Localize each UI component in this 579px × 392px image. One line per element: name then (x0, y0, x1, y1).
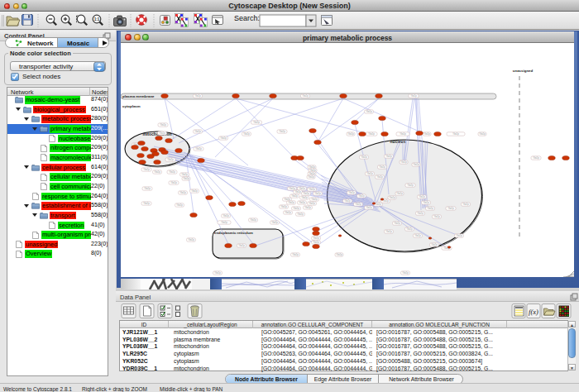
svg-text:Ybr2p: Ybr2p (379, 165, 385, 169)
svg-text:1:1: 1:1 (94, 17, 100, 22)
svg-text:Search:: Search: (234, 14, 260, 22)
svg-text:Ybr2p: Ybr2p (188, 238, 194, 241)
svg-text:Ybr2p: Ybr2p (314, 192, 321, 195)
svg-text:Ybr2p: Ybr2p (533, 156, 539, 160)
svg-text:Ybr2p: Ybr2p (308, 175, 314, 179)
svg-text:Ybr2p: Ybr2p (181, 173, 188, 176)
svg-text:Ybr2p: Ybr2p (394, 222, 400, 225)
svg-text:Ybr2p: Ybr2p (304, 206, 311, 209)
svg-text:Ybr2p: Ybr2p (250, 218, 256, 222)
svg-text:Ybr2p: Ybr2p (154, 170, 160, 174)
svg-text:Ybr2p: Ybr2p (143, 202, 150, 205)
svg-text:Ybr2p: Ybr2p (253, 121, 260, 124)
svg-text:Ybr2p: Ybr2p (376, 175, 383, 179)
svg-text:Ybr2p: Ybr2p (292, 253, 299, 256)
svg-text:Ybr2p: Ybr2p (366, 110, 372, 113)
svg-text:Ybr2p: Ybr2p (419, 195, 425, 198)
svg-text:Ybr2p: Ybr2p (176, 203, 183, 207)
svg-text:Ybr2p: Ybr2p (366, 206, 372, 209)
svg-text:Ybr2p: Ybr2p (406, 227, 413, 231)
svg-text:Ybr2p: Ybr2p (183, 177, 189, 180)
svg-text:Ybr2p: Ybr2p (191, 189, 198, 193)
svg-text:Ybr2p: Ybr2p (348, 191, 355, 194)
svg-text:Ybr2p: Ybr2p (407, 184, 414, 187)
svg-text:Ybr2p: Ybr2p (423, 201, 429, 204)
svg-text:plasma membrane: plasma membrane (122, 94, 155, 98)
svg-text:mitochondrion: mitochondrion (143, 131, 172, 136)
svg-text:Ybr2p: Ybr2p (410, 94, 417, 98)
svg-text:Ybr2p: Ybr2p (294, 190, 301, 194)
svg-text:Ybr2p: Ybr2p (221, 221, 227, 224)
svg-text:endoplasmic reticulum: endoplasmic reticulum (214, 231, 253, 235)
svg-text:Ybr2p: Ybr2p (309, 202, 315, 205)
svg-text:Ybr2p: Ybr2p (431, 243, 438, 246)
svg-text:Ybr2p: Ybr2p (179, 191, 186, 194)
svg-text:Ybr2p: Ybr2p (347, 132, 354, 136)
svg-text:Ybr2p: Ybr2p (288, 201, 294, 204)
svg-text:Ybr2p: Ybr2p (143, 168, 150, 171)
svg-text:cytoplasm: cytoplasm (122, 104, 141, 108)
svg-text:Ybr2p: Ybr2p (375, 203, 381, 206)
svg-text:Ybr2p: Ybr2p (385, 230, 392, 233)
svg-text:Ybr2p: Ybr2p (280, 205, 287, 208)
svg-text:Ybr2p: Ybr2p (456, 234, 462, 237)
svg-text:Ybr2p: Ybr2p (414, 234, 421, 237)
svg-text:Ybr2p: Ybr2p (355, 203, 361, 206)
svg-text:Ybr2p: Ybr2p (400, 132, 406, 136)
svg-text:Ybr2p: Ybr2p (302, 94, 309, 98)
svg-text:Ybr2p: Ybr2p (366, 172, 373, 175)
svg-text:Ybr2p: Ybr2p (427, 207, 433, 210)
svg-text:Ybr2p: Ybr2p (144, 187, 151, 190)
svg-text:Ybr2p: Ybr2p (297, 213, 304, 216)
svg-text:Ybr2p: Ybr2p (271, 221, 278, 224)
svg-text:Ybr2p: Ybr2p (170, 181, 177, 184)
svg-text:unassigned: unassigned (513, 69, 534, 73)
svg-text:Ybr2p: Ybr2p (368, 132, 375, 136)
svg-text:Ybr2p: Ybr2p (285, 211, 291, 214)
svg-text:Ybr2p: Ybr2p (462, 203, 469, 206)
svg-text:Ybr2p: Ybr2p (344, 199, 351, 203)
svg-text:Ybr2p: Ybr2p (361, 155, 367, 159)
svg-text:Ybr2p: Ybr2p (400, 160, 407, 164)
svg-text:Ybr2p: Ybr2p (243, 132, 250, 136)
svg-text:Ybr2p: Ybr2p (423, 132, 430, 136)
svg-text:Ybr2p: Ybr2p (402, 271, 409, 275)
svg-text:Ybr2p: Ybr2p (303, 192, 309, 195)
svg-text:Ybr2p: Ybr2p (223, 214, 229, 218)
svg-text:Ybr2p: Ybr2p (313, 237, 319, 240)
svg-text:Ybr2p: Ybr2p (238, 244, 245, 247)
svg-text:Ybr2p: Ybr2p (313, 241, 319, 244)
svg-text:Ybr2p: Ybr2p (220, 136, 227, 140)
svg-text:Ybr2p: Ybr2p (309, 188, 315, 191)
svg-text:Ybr2p: Ybr2p (479, 132, 486, 136)
svg-text:Ybr2p: Ybr2p (159, 131, 165, 135)
svg-text:Ybr2p: Ybr2p (452, 132, 459, 136)
svg-text:Ybr2p: Ybr2p (447, 207, 454, 210)
svg-text:Ybr2p: Ybr2p (293, 207, 299, 210)
svg-text:Ybr2p: Ybr2p (169, 170, 175, 174)
svg-text:Ybr2p: Ybr2p (194, 94, 201, 98)
svg-text:Ybr2p: Ybr2p (396, 192, 403, 195)
svg-text:Ybr2p: Ybr2p (413, 163, 419, 166)
svg-text:Ybr2p: Ybr2p (291, 194, 298, 198)
svg-text:Ybr2p: Ybr2p (194, 130, 201, 133)
svg-text:Ybr2p: Ybr2p (336, 253, 342, 256)
svg-text:Ybr2p: Ybr2p (358, 194, 365, 198)
svg-text:Ybr2p: Ybr2p (433, 215, 440, 218)
svg-text:Ybr2p: Ybr2p (167, 158, 174, 161)
svg-text:f(x): f(x) (529, 308, 538, 316)
svg-text:Ybr2p: Ybr2p (385, 155, 392, 158)
svg-text:Ybr2p: Ybr2p (389, 196, 395, 199)
svg-text:Ybr2p: Ybr2p (279, 130, 285, 133)
svg-text:Ybr2p: Ybr2p (160, 123, 166, 127)
svg-text:Ybr2p: Ybr2p (195, 147, 202, 151)
svg-text:Ybr2p: Ybr2p (299, 201, 305, 204)
svg-text:Ybr2p: Ybr2p (417, 212, 423, 215)
svg-text:Ybr2p: Ybr2p (301, 196, 308, 199)
svg-text:Ybr2p: Ybr2p (214, 271, 221, 275)
svg-text:Ybr2p: Ybr2p (311, 198, 318, 201)
